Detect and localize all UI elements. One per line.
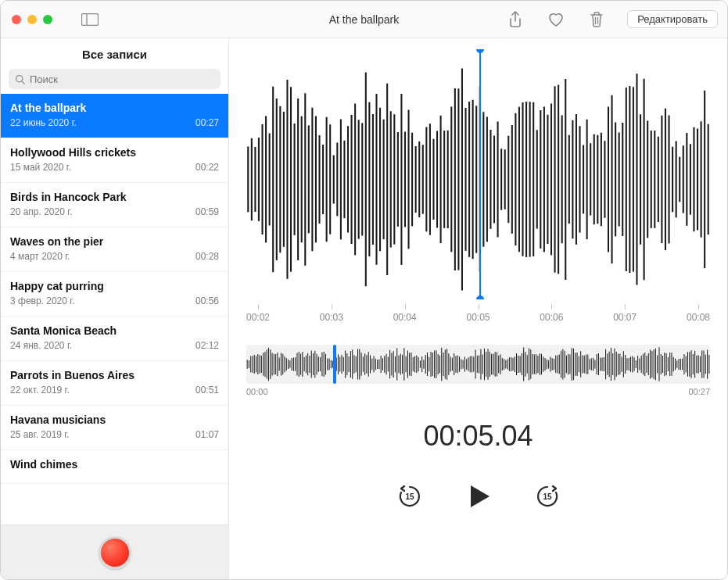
recording-name: Waves on the pier <box>10 235 219 248</box>
skip-back-15-button[interactable]: 15 <box>394 481 425 512</box>
sidebar-icon <box>81 13 99 26</box>
recording-name: Happy cat purring <box>10 280 219 292</box>
overview-start-label: 00:00 <box>246 387 268 396</box>
recording-meta: 20 апр. 2020 г.00:59 <box>10 206 219 217</box>
svg-rect-0 <box>82 13 99 25</box>
recording-meta: 15 май 2020 г.00:22 <box>10 162 219 173</box>
skip-forward-15-button[interactable]: 15 <box>532 481 563 512</box>
recording-name: Santa Monica Beach <box>10 324 219 337</box>
recording-meta: 4 март 2020 г.00:28 <box>10 251 219 262</box>
waveform-detail-svg <box>246 49 710 299</box>
recordings-list: At the ballpark22 июнь 2020 г.00:27Holly… <box>1 94 228 525</box>
recording-item[interactable]: Havana musicians25 авг. 2019 г.01:07 <box>1 406 228 450</box>
recording-duration: 00:28 <box>195 251 219 262</box>
close-window-button[interactable] <box>12 15 21 24</box>
recording-duration: 00:56 <box>195 295 219 306</box>
svg-line-5 <box>22 81 24 83</box>
recording-meta: 25 авг. 2019 г.01:07 <box>10 429 219 440</box>
recording-meta: 3 февр. 2020 г.00:56 <box>10 295 219 306</box>
recording-item[interactable]: Waves on the pier4 март 2020 г.00:28 <box>1 227 228 272</box>
minimize-window-button[interactable] <box>27 15 37 24</box>
recording-date: 3 февр. 2020 г. <box>10 295 75 306</box>
waveform-overview-svg <box>246 345 710 384</box>
recording-date: 25 авг. 2019 г. <box>10 429 70 440</box>
traffic-lights <box>1 15 52 24</box>
current-time-display: 00:05.04 <box>229 420 727 453</box>
ruler-tick: 00:03 <box>320 304 343 323</box>
record-button[interactable] <box>99 536 131 569</box>
favorite-button[interactable] <box>546 9 566 30</box>
time-ruler: 00:0200:0300:0400:0500:0600:0700:08 <box>246 304 710 323</box>
recording-meta: 22 окт. 2019 г.00:51 <box>10 385 219 396</box>
app-window: At the ballpark Редактирова <box>0 0 728 580</box>
recording-item[interactable]: At the ballpark22 июнь 2020 г.00:27 <box>1 94 228 138</box>
edit-button[interactable]: Редактировать <box>627 10 718 28</box>
skip-back-icon: 15 <box>396 483 423 510</box>
recording-date: 20 апр. 2020 г. <box>10 206 72 217</box>
recording-item[interactable]: Birds in Hancock Park20 апр. 2020 г.00:5… <box>1 183 228 227</box>
recording-duration: 00:51 <box>195 385 219 396</box>
overview-playhead[interactable] <box>333 345 336 384</box>
recording-name: Hollywood Hills crickets <box>10 146 219 159</box>
ruler-tick: 00:04 <box>393 304 417 323</box>
titlebar: At the ballpark Редактирова <box>1 1 727 38</box>
waveform-overview[interactable] <box>246 345 710 384</box>
recording-date: 4 март 2020 г. <box>10 251 70 262</box>
ruler-tick: 00:06 <box>540 304 563 323</box>
play-button[interactable] <box>463 481 494 512</box>
toggle-sidebar-button[interactable] <box>79 10 101 29</box>
search-icon <box>15 74 25 84</box>
recording-item[interactable]: Wind chimes <box>1 450 228 484</box>
svg-text:15: 15 <box>543 492 552 501</box>
recording-name: Wind chimes <box>10 458 219 471</box>
delete-button[interactable] <box>586 9 607 30</box>
recording-item[interactable]: Parrots in Buenos Aires22 окт. 2019 г.00… <box>1 361 228 406</box>
record-bar <box>1 525 228 579</box>
recording-date: 24 янв. 2020 г. <box>10 340 72 351</box>
recording-name: Havana musicians <box>10 414 219 426</box>
recording-name: Parrots in Buenos Aires <box>10 369 219 381</box>
sidebar-heading: Все записи <box>1 38 228 69</box>
playhead[interactable] <box>479 49 481 299</box>
recording-duration: 02:12 <box>195 340 219 351</box>
sidebar: Все записи At the ballpark22 июнь 2020 г… <box>1 38 229 579</box>
recording-duration: 01:07 <box>195 429 219 440</box>
recording-date: 22 окт. 2019 г. <box>10 385 70 396</box>
recording-meta: 22 июнь 2020 г.00:27 <box>10 117 219 128</box>
ruler-tick: 00:08 <box>687 304 710 323</box>
recording-item[interactable]: Happy cat purring3 февр. 2020 г.00:56 <box>1 272 228 317</box>
toolbar-right: Редактировать <box>505 9 727 30</box>
skip-forward-icon: 15 <box>534 483 561 510</box>
heart-icon <box>547 12 565 27</box>
recording-duration: 00:22 <box>195 162 219 173</box>
ruler-tick: 00:07 <box>613 304 637 323</box>
search-input[interactable] <box>30 73 214 85</box>
ruler-tick: 00:05 <box>466 304 490 323</box>
detail-pane: 00:0200:0300:0400:0500:0600:0700:08 00:0… <box>229 38 727 579</box>
recording-date: 22 июнь 2020 г. <box>10 117 77 128</box>
recording-name: At the ballpark <box>10 102 219 114</box>
share-button[interactable] <box>505 9 525 30</box>
trash-icon <box>590 11 604 28</box>
share-icon <box>508 11 522 28</box>
overview-end-label: 00:27 <box>688 387 710 396</box>
search-field[interactable] <box>9 69 221 89</box>
recording-item[interactable]: Santa Monica Beach24 янв. 2020 г.02:12 <box>1 317 228 361</box>
svg-text:15: 15 <box>405 492 414 501</box>
play-icon <box>464 482 493 510</box>
recording-meta: 24 янв. 2020 г.02:12 <box>10 340 219 351</box>
ruler-tick: 00:02 <box>246 304 270 323</box>
recording-duration: 00:27 <box>195 117 219 128</box>
recording-item[interactable]: Hollywood Hills crickets15 май 2020 г.00… <box>1 138 228 183</box>
recording-date: 15 май 2020 г. <box>10 162 71 173</box>
recording-name: Birds in Hancock Park <box>10 191 219 203</box>
maximize-window-button[interactable] <box>43 15 52 24</box>
playback-controls: 15 15 <box>229 481 727 512</box>
recording-duration: 00:59 <box>195 206 219 217</box>
waveform-detail[interactable] <box>246 49 710 299</box>
